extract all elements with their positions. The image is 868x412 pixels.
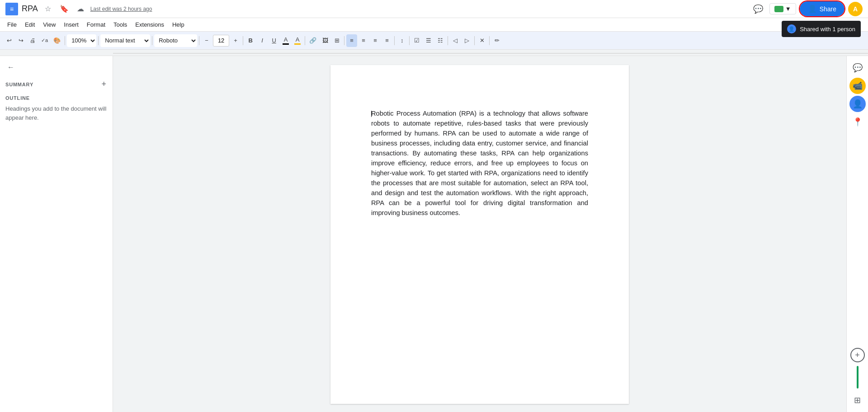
italic-button[interactable]: I: [257, 34, 268, 47]
numbered-list-button[interactable]: ☷: [435, 34, 446, 47]
text-style-select[interactable]: Normal text Heading 1 Heading 2 Heading …: [100, 34, 150, 47]
separator-9: [409, 36, 410, 45]
indent-decrease-button[interactable]: ◁: [450, 34, 461, 47]
insert-image-button[interactable]: 🖼: [320, 34, 330, 47]
checklist-button[interactable]: ☑: [411, 34, 422, 47]
meet-label: ▼: [785, 5, 791, 12]
add-panel-button[interactable]: +: [850, 348, 865, 362]
people-panel-button[interactable]: 👤: [849, 96, 866, 112]
teal-accent-bar: [857, 366, 859, 389]
document-page: Robotic Process Automation (RPA) is a te…: [330, 65, 629, 404]
undo-button[interactable]: ↩: [4, 34, 14, 47]
ruler-inner: [113, 50, 868, 56]
summary-label: SUMMARY: [5, 82, 33, 87]
shared-person-icon: 👤: [787, 24, 796, 33]
chat-icon[interactable]: 💬: [750, 1, 766, 17]
menu-insert[interactable]: Insert: [60, 19, 82, 30]
separator-11: [474, 36, 475, 45]
outline-label: OUTLINE: [5, 95, 107, 101]
last-edit-text[interactable]: Last edit was 2 hours ago: [90, 6, 152, 12]
font-size-increase-button[interactable]: +: [230, 34, 241, 47]
document-text: Robotic Process Automation (RPA) is a te…: [371, 110, 588, 216]
sidebar-close-button[interactable]: ←: [5, 61, 16, 73]
ruler-svg: [113, 50, 868, 56]
separator-6: [305, 36, 305, 45]
paint-format-button[interactable]: 🎨: [51, 34, 63, 47]
menu-tools[interactable]: Tools: [110, 19, 131, 30]
editing-pen-button[interactable]: ✏: [491, 34, 502, 47]
zoom-select[interactable]: 100% 75% 125% 150%: [67, 34, 96, 47]
share-label: Share: [820, 5, 836, 13]
separator-3: [152, 36, 152, 45]
spell-check-button[interactable]: ✓a: [39, 34, 50, 47]
line-spacing-button[interactable]: ↕: [396, 34, 407, 47]
font-select[interactable]: Roboto Arial Times New Roman: [154, 34, 197, 47]
shared-with-label: Shared with 1 person: [800, 26, 855, 33]
menu-bar: File Edit View Insert Format Tools Exten…: [0, 18, 868, 32]
sidebar: ← SUMMARY + OUTLINE Headings you add to …: [0, 56, 113, 412]
sidebar-summary-header: ←: [5, 61, 107, 73]
align-left-button[interactable]: ≡: [346, 34, 357, 47]
separator-8: [394, 36, 395, 45]
maps-panel-button[interactable]: 📍: [849, 114, 866, 130]
comments-button[interactable]: 💬: [849, 60, 866, 76]
menu-edit[interactable]: Edit: [21, 19, 38, 30]
toolbar: ↩ ↪ 🖨 ✓a 🎨 100% 75% 125% 150% Normal tex…: [0, 32, 868, 50]
title-bar: RPA ☆ 🔖 ☁ Last edit was 2 hours ago 💬 ▼ …: [0, 0, 868, 18]
accessibility-button[interactable]: ⊞: [849, 392, 866, 408]
main-layout: ← SUMMARY + OUTLINE Headings you add to …: [0, 56, 868, 412]
align-right-button[interactable]: ≡: [370, 34, 381, 47]
font-size-decrease-button[interactable]: −: [201, 34, 212, 47]
menu-view[interactable]: View: [39, 19, 59, 30]
outline-placeholder-text: Headings you add to the document will ap…: [5, 104, 107, 122]
add-summary-button[interactable]: +: [100, 79, 107, 90]
highlight-color-bar: [294, 43, 301, 45]
user-avatar[interactable]: A: [848, 2, 863, 16]
separator-7: [344, 36, 344, 45]
print-button[interactable]: 🖨: [27, 34, 38, 47]
bold-button[interactable]: B: [245, 34, 256, 47]
redo-button[interactable]: ↪: [15, 34, 26, 47]
share-button[interactable]: 👤 Share: [800, 1, 844, 16]
font-size-group: − +: [201, 34, 241, 47]
star-icon[interactable]: ☆: [42, 3, 54, 15]
document-content[interactable]: Robotic Process Automation (RPA) is a te…: [371, 108, 588, 218]
bullet-list-button[interactable]: ☰: [423, 34, 434, 47]
cloud-icon[interactable]: ☁: [74, 3, 87, 15]
highlight-color-indicator: A: [294, 36, 301, 45]
menu-help[interactable]: Help: [169, 19, 188, 30]
document-area[interactable]: Robotic Process Automation (RPA) is a te…: [113, 56, 846, 412]
text-color-bar: [283, 43, 289, 45]
separator-1: [65, 36, 65, 45]
google-docs-logo-icon: [5, 3, 18, 15]
shared-tooltip: 👤 Shared with 1 person: [782, 21, 861, 37]
separator-12: [489, 36, 490, 45]
clear-format-button[interactable]: ✕: [476, 34, 487, 47]
insert-link-button[interactable]: 🔗: [307, 34, 319, 47]
separator-2: [98, 36, 99, 45]
menu-file[interactable]: File: [4, 19, 20, 30]
separator-5: [243, 36, 243, 45]
font-size-input[interactable]: [213, 35, 229, 47]
meet-video-icon: [774, 6, 783, 12]
underline-button[interactable]: U: [269, 34, 279, 47]
document-title: RPA: [22, 4, 38, 14]
separator-4: [199, 36, 199, 45]
share-icon: 👤: [808, 5, 817, 13]
text-color-button[interactable]: A: [280, 34, 291, 47]
header-right: 💬 ▼ 👤 Share A: [750, 1, 863, 17]
highlight-color-button[interactable]: A: [292, 34, 303, 47]
insert-more-button[interactable]: ⊞: [331, 34, 342, 47]
align-center-button[interactable]: ≡: [358, 34, 369, 47]
text-color-indicator: A: [283, 36, 289, 45]
indent-increase-button[interactable]: ▷: [462, 34, 472, 47]
right-panel: 💬 📹 👤 📍 + ⊞: [846, 56, 868, 412]
menu-format[interactable]: Format: [83, 19, 109, 30]
ruler: [0, 50, 868, 56]
separator-10: [448, 36, 448, 45]
bookmark-icon[interactable]: 🔖: [58, 3, 71, 15]
meet-button[interactable]: ▼: [769, 3, 796, 14]
menu-extensions[interactable]: Extensions: [132, 19, 168, 30]
align-justify-button[interactable]: ≡: [382, 34, 392, 47]
meet-panel-button[interactable]: 📹: [849, 78, 866, 94]
